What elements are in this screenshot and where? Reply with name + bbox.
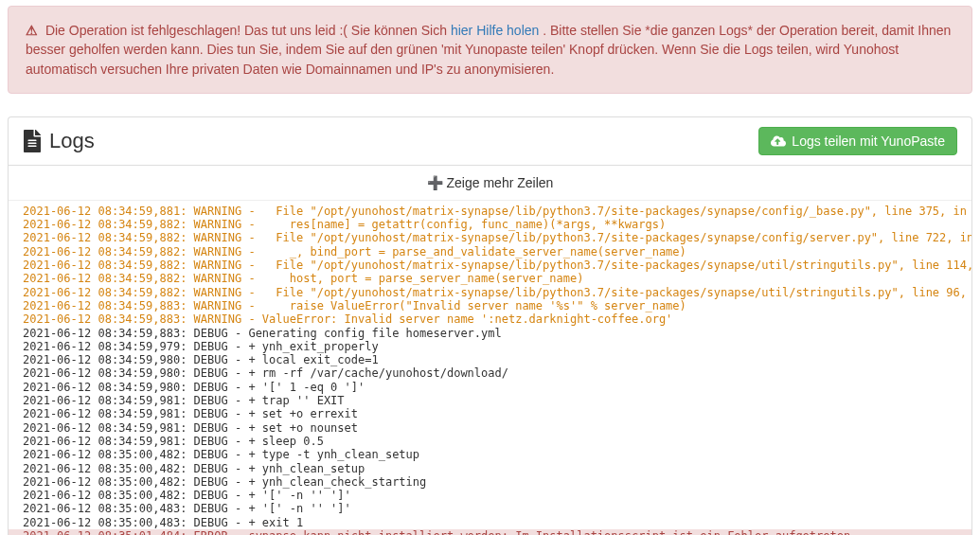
log-line: 2021-06-12 08:34:59,882: WARNING - File … bbox=[9, 259, 971, 272]
error-alert: ⚠ Die Operation ist fehlgeschlagen! Das … bbox=[8, 6, 972, 94]
log-body: 2021-06-12 08:34:59,881: WARNING - File … bbox=[9, 201, 971, 535]
logs-panel: Logs Logs teilen mit YunoPaste ➕ Zeige m… bbox=[8, 116, 972, 535]
log-line: 2021-06-12 08:34:59,979: DEBUG - + ynh_e… bbox=[9, 340, 971, 353]
log-line: 2021-06-12 08:35:00,483: DEBUG - + '[' -… bbox=[9, 502, 971, 515]
log-line: 2021-06-12 08:34:59,883: DEBUG - Generat… bbox=[9, 327, 971, 340]
log-line: 2021-06-12 08:34:59,981: DEBUG - + set +… bbox=[9, 421, 971, 435]
exclamation-icon: ⚠ bbox=[26, 23, 38, 38]
log-line: 2021-06-12 08:35:00,482: DEBUG - + type … bbox=[9, 448, 971, 461]
log-line: 2021-06-12 08:34:59,882: WARNING - host,… bbox=[9, 272, 971, 285]
log-line: 2021-06-12 08:34:59,980: DEBUG - + rm -r… bbox=[9, 366, 971, 380]
log-line: 2021-06-12 08:35:00,482: DEBUG - + ynh_c… bbox=[9, 462, 971, 475]
log-line: 2021-06-12 08:35:00,483: DEBUG - + exit … bbox=[9, 516, 971, 529]
panel-heading: Logs Logs teilen mit YunoPaste bbox=[9, 117, 971, 166]
log-line: 2021-06-12 08:34:59,882: WARNING - res[n… bbox=[9, 218, 971, 231]
help-link[interactable]: hier Hilfe holen bbox=[451, 23, 539, 38]
show-more-label: Zeige mehr Zeilen bbox=[447, 175, 554, 190]
log-line: 2021-06-12 08:35:00,482: DEBUG - + ynh_c… bbox=[9, 475, 971, 489]
log-line: 2021-06-12 08:35:00,482: DEBUG - + '[' -… bbox=[9, 489, 971, 502]
cloud-upload-icon bbox=[771, 134, 786, 148]
show-more-lines[interactable]: ➕ Zeige mehr Zeilen bbox=[9, 166, 971, 201]
share-logs-label: Logs teilen mit YunoPaste bbox=[792, 134, 945, 149]
log-line: 2021-06-12 08:34:59,981: DEBUG - + trap … bbox=[9, 394, 971, 407]
log-line: 2021-06-12 08:34:59,981: DEBUG - + sleep… bbox=[9, 435, 971, 448]
file-icon bbox=[23, 130, 42, 152]
panel-title: Logs bbox=[49, 129, 95, 153]
share-logs-button[interactable]: Logs teilen mit YunoPaste bbox=[758, 127, 957, 155]
log-line: 2021-06-12 08:34:59,882: WARNING - _, bi… bbox=[9, 245, 971, 259]
log-line: 2021-06-12 08:35:01,484: ERROR - synapse… bbox=[9, 529, 971, 535]
panel-title-wrap: Logs bbox=[23, 129, 95, 153]
log-line: 2021-06-12 08:34:59,883: WARNING - raise… bbox=[9, 299, 971, 312]
alert-prefix: Die Operation ist fehlgeschlagen! Das tu… bbox=[45, 23, 451, 38]
log-line: 2021-06-12 08:34:59,981: DEBUG - + set +… bbox=[9, 407, 971, 420]
log-line: 2021-06-12 08:34:59,980: DEBUG - + '[' 1… bbox=[9, 381, 971, 394]
log-line: 2021-06-12 08:34:59,882: WARNING - File … bbox=[9, 286, 971, 299]
log-line: 2021-06-12 08:34:59,882: WARNING - File … bbox=[9, 231, 971, 244]
log-line: 2021-06-12 08:34:59,980: DEBUG - + local… bbox=[9, 353, 971, 366]
plus-icon: ➕ bbox=[427, 175, 443, 190]
log-line: 2021-06-12 08:34:59,883: WARNING - Value… bbox=[9, 312, 971, 326]
log-line: 2021-06-12 08:34:59,881: WARNING - File … bbox=[9, 205, 971, 218]
